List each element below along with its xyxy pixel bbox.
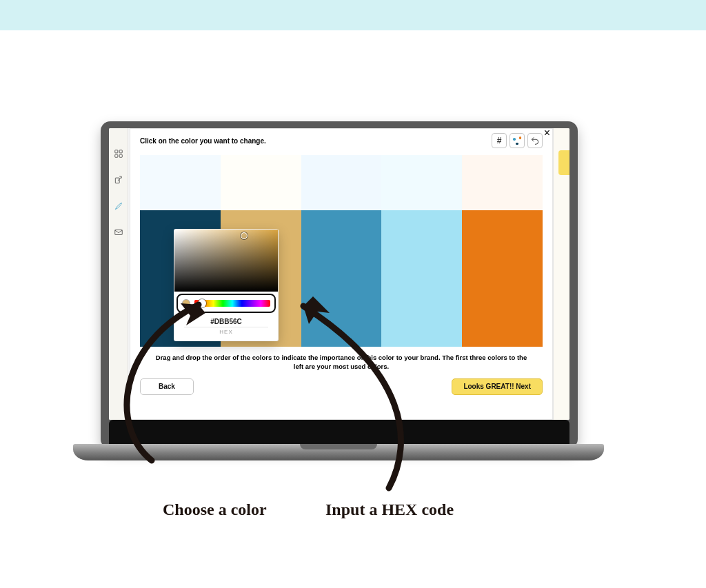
- arrow-hex-input: [276, 296, 455, 496]
- hex-tool-button[interactable]: #: [492, 133, 507, 148]
- svg-rect-2: [114, 154, 117, 157]
- dots-icon: [513, 136, 521, 145]
- saturation-field[interactable]: [174, 230, 278, 292]
- tint-swatch-3[interactable]: [301, 155, 382, 210]
- tint-swatch-5[interactable]: [462, 155, 543, 210]
- mail-icon[interactable]: [114, 227, 123, 240]
- swatch-tool-button[interactable]: [510, 133, 525, 148]
- tool-group: #: [492, 133, 543, 148]
- color-swatch-5[interactable]: [462, 210, 543, 347]
- svg-rect-1: [119, 150, 122, 153]
- svg-rect-4: [115, 178, 119, 183]
- saturation-handle[interactable]: [241, 232, 248, 239]
- brush-icon[interactable]: [114, 201, 123, 214]
- annotation-hex: Input a HEX code: [325, 500, 454, 519]
- tint-swatch-1[interactable]: [140, 155, 221, 210]
- svg-rect-0: [114, 150, 117, 153]
- svg-rect-3: [119, 154, 122, 157]
- close-icon[interactable]: ×: [544, 128, 550, 139]
- tint-swatch-4[interactable]: [381, 155, 462, 210]
- instruction-text: Click on the color you want to change.: [140, 137, 266, 145]
- arrow-choose-color: [90, 290, 269, 469]
- tint-row: [140, 155, 543, 210]
- svg-rect-5: [114, 230, 122, 235]
- export-icon[interactable]: [114, 175, 123, 187]
- next-button[interactable]: Looks GREAT!! Next: [452, 378, 543, 395]
- undo-button[interactable]: [527, 133, 543, 148]
- tint-swatch-2[interactable]: [221, 155, 301, 210]
- panel-header: Click on the color you want to change. #: [130, 129, 552, 151]
- page-banner: [0, 0, 706, 30]
- right-rail: [553, 128, 569, 420]
- apps-icon[interactable]: [114, 149, 123, 161]
- annotation-choose: Choose a color: [163, 500, 267, 519]
- undo-icon: [530, 136, 540, 145]
- right-accent: [558, 150, 569, 175]
